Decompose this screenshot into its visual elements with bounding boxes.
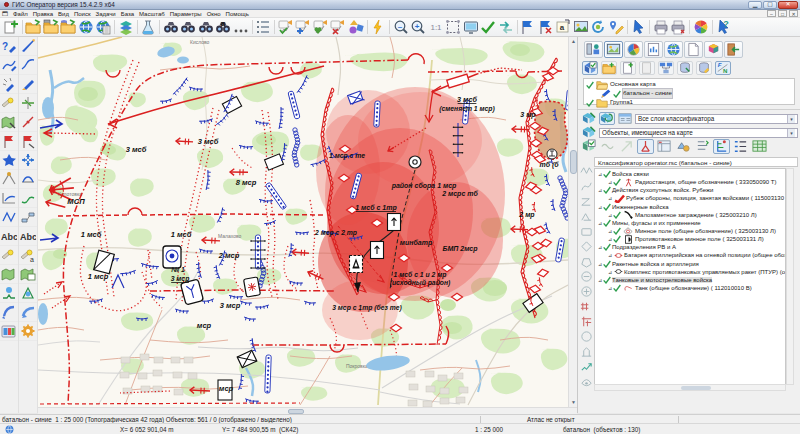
- svg-text:Кислово: Кислово: [190, 39, 210, 45]
- svg-text:a: a: [221, 19, 226, 28]
- svg-text:?: ?: [724, 19, 730, 29]
- svg-text:№ 1: № 1: [171, 266, 185, 273]
- svg-text:1 мсб: 1 мсб: [171, 230, 192, 239]
- svg-text:3 мр: 3 мр: [520, 111, 536, 119]
- svg-text:1 мср: 1 мср: [88, 272, 109, 281]
- svg-text:район сбора 1 мср: район сбора 1 мср: [391, 182, 457, 190]
- svg-text:F: F: [718, 61, 722, 68]
- svg-text:(исходный район): (исходный район): [390, 279, 451, 287]
- svg-text:3 мср с 1тр (без те): 3 мср с 1тр (без те): [332, 304, 402, 312]
- svg-text:БМП 2мср: БМП 2мср: [442, 245, 478, 253]
- svg-text:мср: мср: [219, 384, 234, 393]
- svg-text:2 мср: 2 мср: [218, 251, 240, 260]
- svg-text:МСП: МСП: [67, 197, 85, 206]
- svg-text:3 мср: 3 мср: [220, 301, 241, 310]
- svg-text:N: N: [723, 67, 727, 74]
- svg-text:2 мр: 2 мр: [518, 211, 535, 219]
- svg-text:+: +: [415, 22, 420, 31]
- svg-text:Малахово: Малахово: [218, 233, 242, 239]
- svg-text:–: –: [398, 22, 403, 31]
- svg-text:3 мсб: 3 мсб: [198, 137, 219, 146]
- svg-text:3 мсб: 3 мсб: [457, 95, 477, 104]
- svg-text:1 мсб с 1тр: 1 мсб с 1тр: [355, 204, 397, 212]
- svg-text:3 мср: 3 мср: [171, 275, 190, 283]
- svg-text:(сменяет 1 мср): (сменяет 1 мср): [439, 105, 495, 113]
- svg-text:2 мсрс тб: 2 мсрс тб: [441, 190, 478, 198]
- svg-text:Покровка: Покровка: [346, 363, 368, 369]
- svg-text:Abc: Abc: [20, 232, 36, 242]
- svg-text:Abc: Abc: [1, 232, 17, 242]
- svg-text:мср: мср: [197, 321, 212, 330]
- svg-text:3 мсб: 3 мсб: [126, 145, 147, 154]
- svg-text:?: ?: [2, 41, 8, 52]
- svg-text:1:1: 1:1: [430, 23, 442, 32]
- svg-text:a: a: [30, 256, 34, 263]
- svg-text:2 мср с 2 тр: 2 мср с 2 тр: [314, 229, 357, 237]
- svg-text:тб (б: тб (б: [539, 161, 559, 169]
- svg-text:1 мсб: 1 мсб: [81, 230, 102, 239]
- svg-text:минбатр: минбатр: [400, 239, 433, 247]
- svg-text:8 мср: 8 мср: [236, 178, 257, 187]
- svg-text:1 мср с те: 1 мср с те: [329, 152, 365, 160]
- svg-text:1 мсб с 1 и 2 мр: 1 мсб с 1 и 2 мр: [394, 271, 447, 279]
- svg-text:a: a: [560, 23, 565, 32]
